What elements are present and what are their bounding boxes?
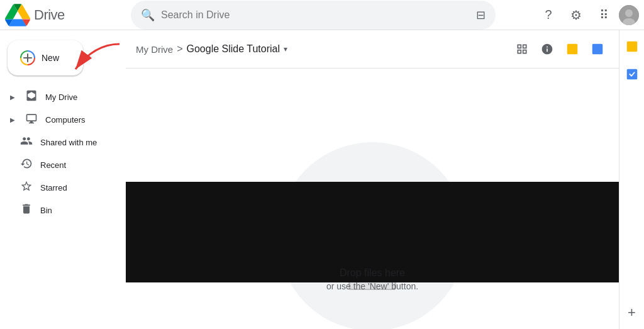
drive-logo-icon [5,3,30,28]
sidebar-item-starred-label: Starred [40,183,67,192]
drop-main-text: Drop files here [326,267,418,279]
right-sidebar-add-btn[interactable]: + [621,301,643,324]
app-title: Drive [34,7,65,23]
shared-icon [20,135,33,150]
svg-rect-9 [626,69,637,80]
right-sidebar-slides-btn[interactable] [621,35,643,58]
breadcrumb-bar: My Drive > Google Slide Tutorial ▾ [126,30,619,69]
sidebar-item-recent-label: Recent [40,160,66,170]
drop-text-area: Drop files here or use the 'New' button. [326,267,418,291]
expand-icon-computers: ▶ [10,116,15,123]
new-plus-icon [20,50,35,65]
breadcrumb-separator: > [177,43,182,55]
new-button-label: New [42,53,59,63]
starred-icon [20,180,33,196]
avatar-image [619,5,639,25]
drop-circle [278,142,467,329]
avatar[interactable] [619,5,639,25]
breadcrumb-actions [511,38,609,60]
right-sidebar-tasks-btn[interactable] [621,63,643,86]
right-sidebar: + [619,30,644,329]
breadcrumb: My Drive > Google Slide Tutorial ▾ [136,43,287,55]
bin-icon [20,203,33,218]
app-header: Drive 🔍 ⊟ ? ⚙ ⠿ [0,0,644,30]
sidebar-item-starred[interactable]: Starred [0,176,118,199]
slides-shortcut-button[interactable] [561,38,584,60]
svg-point-1 [625,9,633,17]
sidebar: New ▶ My Drive ▶ Computers Shared with m… [0,30,126,329]
help-button[interactable]: ? [536,3,561,28]
search-options-icon[interactable]: ⊟ [476,8,486,22]
drop-sub-text: or use the 'New' button. [326,281,418,291]
sidebar-item-my-drive[interactable]: ▶ My Drive [0,86,118,108]
sidebar-item-bin-label: Bin [40,206,52,215]
sidebar-item-computers-label: Computers [45,115,86,125]
sidebar-item-shared-with-me[interactable]: Shared with me [0,131,118,153]
logo-area: Drive [5,3,131,28]
breadcrumb-current[interactable]: Google Slide Tutorial [187,43,280,55]
add-icon: + [628,304,636,321]
settings-button[interactable]: ⚙ [564,3,589,28]
svg-rect-8 [626,42,637,52]
header-right: ? ⚙ ⠿ [536,3,639,28]
main-content: My Drive > Google Slide Tutorial ▾ [126,30,619,329]
breadcrumb-parent[interactable]: My Drive [136,44,173,55]
breadcrumb-dropdown-icon[interactable]: ▾ [284,45,287,53]
recent-icon [20,157,33,173]
search-icon: 🔍 [141,8,155,22]
new-button[interactable]: New [8,40,83,75]
grid-view-button[interactable] [511,38,533,60]
drop-area: Drop files here or use the 'New' button. [126,69,619,329]
sidebar-item-shared-label: Shared with me [40,138,97,147]
search-input[interactable] [161,9,470,21]
apps-button[interactable]: ⠿ [591,3,616,28]
search-bar[interactable]: 🔍 ⊟ [131,1,496,30]
my-drive-icon [25,89,38,105]
tasks-shortcut-button[interactable] [586,38,609,60]
svg-rect-7 [592,44,603,55]
sidebar-item-computers[interactable]: ▶ Computers [0,108,118,131]
sidebar-item-recent[interactable]: Recent [0,153,118,176]
expand-icon-my-drive: ▶ [10,94,15,101]
computers-icon [25,112,38,128]
info-button[interactable] [536,38,558,60]
svg-rect-6 [567,44,578,55]
sidebar-item-bin[interactable]: Bin [0,199,118,221]
main-layout: New ▶ My Drive ▶ Computers Shared with m… [0,30,644,329]
sidebar-item-my-drive-label: My Drive [45,92,77,102]
